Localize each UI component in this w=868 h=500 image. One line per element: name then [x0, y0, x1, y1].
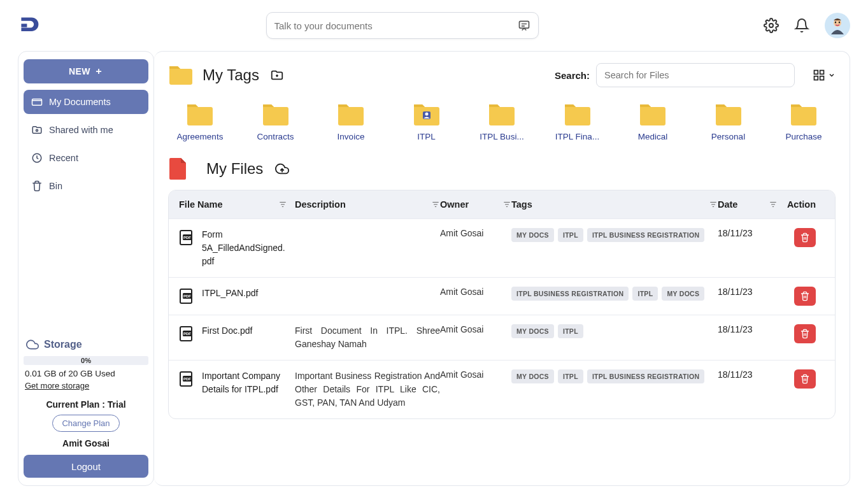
tag-chip[interactable]: ITPL BUSINESS REGISTRATION	[511, 287, 629, 301]
cell-action	[778, 287, 816, 306]
notifications-button[interactable]	[794, 18, 809, 33]
table-row: PDFITPL_PAN.pdfAmit GosaiITPL BUSINESS R…	[169, 277, 835, 315]
filter-date-icon[interactable]	[769, 200, 778, 209]
avatar[interactable]	[825, 13, 850, 38]
cell-date: 18/11/23	[718, 287, 778, 297]
my-files-title: My Files	[206, 160, 263, 178]
folder-medical[interactable]: Medical	[621, 103, 685, 141]
nav-label: My Documents	[49, 97, 111, 107]
tag-chip[interactable]: MY DOCS	[511, 228, 554, 242]
tag-chip[interactable]: ITPL	[558, 228, 583, 242]
upload-button[interactable]	[274, 162, 290, 176]
folder-label: Medical	[638, 132, 668, 141]
cell-date: 18/11/23	[718, 228, 778, 238]
svg-point-8	[36, 129, 38, 131]
delete-button[interactable]	[794, 369, 816, 389]
svg-point-15	[425, 113, 428, 116]
folder-label: Contracts	[257, 132, 294, 141]
main-content: My Tags Search: AgreementsContractsInvoi…	[154, 51, 850, 486]
storage-progress: 0%	[24, 356, 148, 365]
tag-chip[interactable]: ITPL	[632, 287, 658, 301]
cell-tags: MY DOCSITPLITPL BUSINESS REGISTRATION	[511, 228, 718, 242]
chat-icon	[518, 19, 530, 32]
delete-button[interactable]	[794, 228, 816, 247]
folder-icon	[488, 103, 516, 127]
sidebar: NEW My DocumentsShared with meRecentBin …	[18, 51, 154, 486]
cell-tags: MY DOCSITPLITPL BUSINESS REGISTRATION	[511, 369, 718, 383]
tag-chip[interactable]: ITPL BUSINESS REGISTRATION	[587, 369, 704, 383]
get-more-storage-link[interactable]: Get more storage	[24, 381, 90, 390]
filter-desc-icon[interactable]	[431, 200, 440, 209]
folder-icon	[31, 96, 43, 108]
cell-owner: Amit Gosai	[440, 369, 511, 380]
filter-tags-icon[interactable]	[709, 200, 718, 209]
nav-label: Bin	[49, 181, 62, 191]
svg-point-2	[769, 24, 773, 27]
table-row: PDFImportant Company Details for ITPL.pd…	[169, 360, 835, 418]
topbar	[0, 0, 868, 51]
storage-used: 0.01 GB of 20 GB Used	[24, 369, 148, 378]
search-files-input[interactable]	[596, 63, 795, 87]
delete-button[interactable]	[794, 287, 816, 306]
folder-purchase[interactable]: Purchase	[772, 103, 836, 141]
settings-button[interactable]	[764, 18, 779, 33]
sidebar-item-recent[interactable]: Recent	[24, 146, 148, 170]
cell-description: First Document In ITPL. Shree Ganeshay N…	[295, 324, 440, 351]
pdf-icon: PDF	[179, 288, 196, 304]
change-plan-button[interactable]: Change Plan	[52, 415, 119, 432]
folder-itpl-busi-[interactable]: ITPL Busi...	[470, 103, 534, 141]
view-toggle[interactable]	[813, 69, 836, 82]
cell-filename: PDFFirst Doc.pdf	[179, 324, 287, 342]
storage-percent: 0%	[81, 357, 91, 364]
share-icon	[31, 124, 43, 136]
folder-icon	[186, 103, 214, 127]
cell-filename: PDFImportant Company Details for ITPL.pd…	[179, 369, 287, 396]
tag-chip[interactable]: ITPL	[558, 324, 583, 338]
tag-chip[interactable]: MY DOCS	[511, 324, 554, 338]
folder-contracts[interactable]: Contracts	[244, 103, 308, 141]
svg-text:PDF: PDF	[183, 377, 191, 381]
svg-rect-10	[815, 71, 818, 75]
sidebar-item-bin[interactable]: Bin	[24, 174, 148, 198]
delete-button[interactable]	[794, 324, 816, 343]
cell-tags: MY DOCSITPL	[511, 324, 718, 338]
svg-rect-12	[815, 76, 818, 80]
folder-personal[interactable]: Personal	[697, 103, 760, 141]
filter-name-icon[interactable]	[278, 200, 287, 209]
new-button[interactable]: NEW	[24, 59, 148, 83]
table-row: PDFFirst Doc.pdfFirst Document In ITPL. …	[169, 315, 835, 360]
folder-agreements[interactable]: Agreements	[168, 103, 232, 141]
svg-rect-13	[820, 76, 824, 80]
clock-icon	[31, 152, 43, 164]
folder-label: Invoice	[338, 132, 365, 141]
folder-itpl[interactable]: ITPL	[395, 103, 459, 141]
folder-label: ITPL	[417, 132, 436, 141]
tag-chip[interactable]: ITPL BUSINESS REGISTRATION	[587, 228, 704, 242]
col-action: Action	[787, 199, 816, 210]
tag-chip[interactable]: MY DOCS	[511, 369, 554, 383]
filter-owner-icon[interactable]	[502, 200, 511, 209]
nav-label: Shared with me	[49, 125, 113, 135]
global-search[interactable]	[266, 12, 539, 39]
folder-icon	[564, 103, 592, 127]
sidebar-item-shared-with-me[interactable]: Shared with me	[24, 118, 148, 142]
svg-rect-1	[519, 21, 529, 28]
col-filename: File Name	[179, 199, 223, 210]
tag-chip[interactable]: ITPL	[558, 369, 583, 383]
folder-icon	[639, 103, 667, 127]
cell-owner: Amit Gosai	[440, 287, 511, 297]
sidebar-item-my-documents[interactable]: My Documents	[24, 90, 148, 114]
sidebar-user-name: Amit Gosai	[24, 438, 148, 448]
svg-text:PDF: PDF	[183, 236, 191, 239]
svg-text:PDF: PDF	[183, 294, 191, 298]
logout-button[interactable]: Logout	[24, 455, 148, 478]
logo	[18, 14, 41, 37]
add-folder-button[interactable]	[269, 68, 285, 82]
cell-action	[778, 324, 816, 343]
tag-chip[interactable]: MY DOCS	[662, 287, 704, 301]
folder-invoice[interactable]: Invoice	[319, 103, 383, 141]
folder-icon	[413, 103, 441, 127]
folder-itpl-fina-[interactable]: ITPL Fina...	[546, 103, 609, 141]
pdf-icon: PDF	[179, 229, 196, 246]
global-search-input[interactable]	[274, 20, 518, 31]
